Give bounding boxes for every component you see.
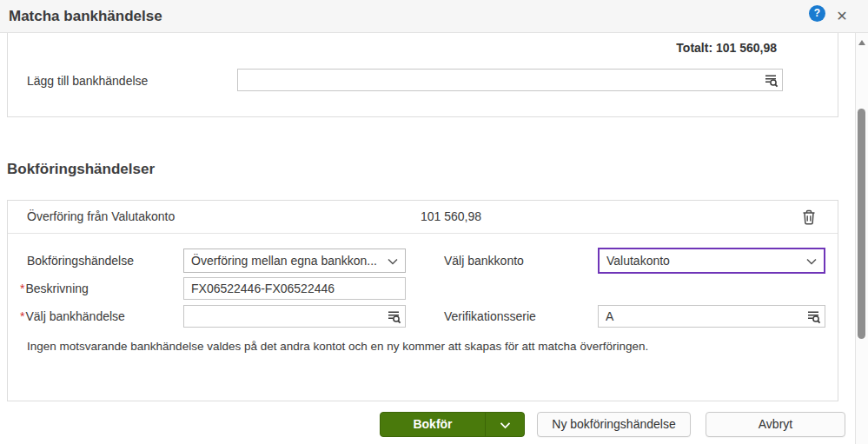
accounting-events-panel: Överföring från Valutakonto 101 560,98 B… bbox=[7, 200, 838, 401]
vertical-scrollbar[interactable] bbox=[855, 33, 868, 444]
series-field bbox=[598, 305, 825, 328]
lookup-icon[interactable] bbox=[386, 308, 401, 324]
bank-event-label: *Välj bankhändelse bbox=[20, 309, 125, 323]
series-label: Verifikationsserie bbox=[444, 309, 536, 323]
lookup-icon[interactable] bbox=[763, 72, 779, 88]
account-select[interactable]: Valutakonto bbox=[598, 248, 825, 274]
dialog-header: Matcha bankhändelse ? ✕ bbox=[0, 0, 868, 33]
section-heading: Bokföringshändelser bbox=[7, 161, 155, 178]
help-icon[interactable]: ? bbox=[809, 5, 825, 22]
close-icon[interactable]: ✕ bbox=[832, 7, 851, 26]
cancel-button[interactable]: Avbryt bbox=[706, 412, 845, 437]
info-text: Ingen motsvarande bankhändelse valdes på… bbox=[27, 340, 648, 353]
chevron-down-icon bbox=[388, 254, 398, 268]
required-mark: * bbox=[20, 282, 24, 295]
bank-events-panel: Totalt: 101 560,98 Lägg till bankhändels… bbox=[7, 33, 838, 117]
add-bank-event-field bbox=[237, 69, 783, 91]
lookup-icon[interactable] bbox=[805, 308, 821, 324]
add-bank-event-input[interactable] bbox=[237, 69, 783, 91]
event-type-label: Bokföringshändelse bbox=[27, 254, 134, 268]
new-entry-button[interactable]: Ny bokföringshändelse bbox=[537, 412, 691, 437]
dialog-title: Matcha bankhändelse bbox=[9, 0, 162, 32]
series-input[interactable] bbox=[598, 305, 825, 328]
event-type-select[interactable]: Överföring mellan egna bankkon... bbox=[183, 249, 406, 273]
scrollbar-thumb[interactable] bbox=[858, 109, 865, 339]
bank-event-field bbox=[183, 305, 406, 328]
post-split-button: Bokför bbox=[380, 412, 525, 437]
post-options-button[interactable] bbox=[485, 413, 524, 436]
description-input[interactable] bbox=[183, 277, 406, 300]
account-label: Välj bankkonto bbox=[444, 254, 524, 268]
entry-amount: 101 560,98 bbox=[421, 209, 481, 223]
scroll-up-icon[interactable] bbox=[858, 40, 865, 45]
entry-row: Överföring från Valutakonto 101 560,98 bbox=[8, 201, 838, 234]
chevron-down-icon bbox=[500, 417, 511, 433]
event-type-value: Överföring mellan egna bankkon... bbox=[191, 254, 377, 268]
chevron-down-icon bbox=[806, 254, 817, 268]
required-mark: * bbox=[20, 309, 24, 323]
entry-title: Överföring från Valutakonto bbox=[27, 209, 175, 223]
post-button[interactable]: Bokför bbox=[381, 413, 485, 436]
add-bank-event-label: Lägg till bankhändelse bbox=[27, 74, 148, 88]
total-amount: Totalt: 101 560,98 bbox=[676, 41, 777, 55]
description-label: *Beskrivning bbox=[20, 282, 89, 295]
bank-event-input[interactable] bbox=[183, 305, 406, 328]
trash-icon[interactable] bbox=[801, 209, 818, 226]
account-value: Valutakonto bbox=[606, 254, 670, 268]
description-field bbox=[183, 277, 406, 300]
